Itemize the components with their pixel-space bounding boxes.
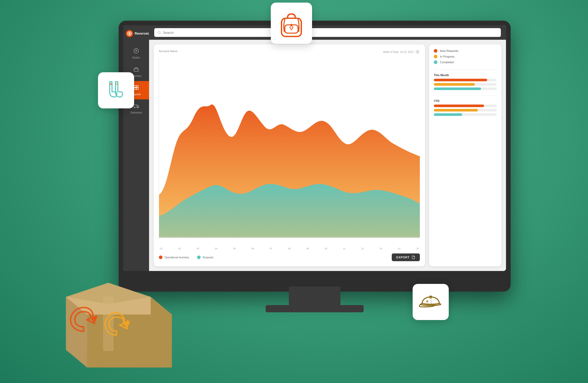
bar-track-tm-3: [434, 87, 497, 90]
svg-rect-2: [134, 69, 138, 71]
this-month-section: This Month: [434, 74, 497, 92]
export-button[interactable]: EXPORT: [392, 253, 420, 261]
bar-row-ytd-1: [434, 105, 497, 107]
bar-track-tm-1: [434, 79, 497, 81]
svg-point-9: [137, 107, 138, 108]
socks-svg: [102, 76, 130, 105]
legend-circle-completed: [434, 60, 437, 64]
orders-label: Orders: [132, 56, 140, 59]
socks-icon-card: [98, 72, 134, 108]
orders-icon: [133, 48, 139, 55]
x-label-10: 10: [325, 247, 327, 250]
divider-1: [434, 70, 497, 70]
legend-label-in-progress: In Progress: [440, 55, 454, 58]
legend-circle-in-progress: [434, 55, 437, 58]
main-content: Account Name Week of Sept. 16-22, 2021: [149, 25, 506, 271]
dashboard: Account Name Week of Sept. 16-22, 2021: [149, 40, 506, 271]
bar-fill-ytd-3: [434, 113, 462, 116]
legend-row-in-progress: In Progress: [434, 55, 497, 58]
deliveries-label: Deliveries: [130, 111, 142, 114]
bar-track-ytd-2: [434, 109, 497, 111]
x-label-04: 04: [215, 247, 217, 250]
settings-icon: [415, 50, 420, 54]
x-label-15: 15: [416, 247, 419, 250]
bar-track-ytd-3: [434, 113, 497, 116]
x-label-03: 03: [197, 247, 199, 250]
svg-point-8: [134, 107, 135, 108]
legend-section: New Requests In Progress Completed: [434, 49, 497, 66]
x-labels: 01 02 03 04 05 06 07 08 09 10 11 12 13 1…: [159, 247, 420, 250]
svg-rect-3: [134, 85, 136, 87]
backpack-svg: [275, 7, 308, 40]
x-label-06: 06: [251, 247, 254, 250]
bar-fill-tm-1: [434, 79, 487, 81]
x-label-09: 09: [306, 247, 309, 250]
box-container: [36, 233, 181, 368]
chart-area: [159, 58, 420, 246]
hat-icon-card: [413, 284, 449, 320]
export-icon: [412, 256, 415, 259]
svg-point-22: [427, 301, 428, 302]
area-chart: [159, 58, 420, 246]
svg-rect-6: [136, 88, 138, 90]
monitor-base: [266, 305, 364, 312]
chart-footer: Operational Inventory Requests EXPORT: [159, 253, 420, 261]
chart-header: Account Name Week of Sept. 16-22, 2021: [159, 50, 420, 54]
x-label-11: 11: [343, 247, 346, 250]
deliveries-icon: [133, 103, 139, 110]
x-label-12: 12: [361, 247, 364, 250]
bar-fill-ytd-1: [434, 105, 484, 107]
hat-svg: [416, 288, 445, 316]
legend-label-new-requests: New Requests: [440, 49, 459, 52]
this-month-title: This Month: [434, 74, 497, 77]
legend-circle-new-requests: [434, 49, 437, 53]
legend-label-completed: Completed: [440, 61, 454, 64]
legend-requests: Requests: [197, 256, 214, 259]
bar-row-tm-3: [434, 87, 497, 90]
svg-point-10: [158, 31, 160, 34]
bar-row-tm-2: [434, 83, 497, 86]
bar-row-ytd-3: [434, 113, 497, 116]
legend-row-completed: Completed: [434, 60, 497, 64]
svg-rect-7: [134, 105, 137, 107]
legend-row-new-requests: New Requests: [434, 49, 497, 53]
ytd-section: YTD: [434, 99, 497, 118]
svg-rect-15: [285, 25, 298, 33]
bar-fill-ytd-2: [434, 109, 478, 111]
backpack-icon-card: [271, 3, 312, 44]
bar-fill-tm-2: [434, 83, 475, 86]
reports-icon: [133, 85, 139, 92]
svg-point-11: [417, 51, 418, 53]
sidebar-logo: ReverseLogix: [123, 25, 149, 42]
legend-dot-requests: [197, 256, 201, 259]
chart-card: Account Name Week of Sept. 16-22, 2021: [154, 44, 425, 266]
x-label-08: 08: [288, 247, 291, 250]
search-icon: [157, 31, 161, 34]
divider-2: [434, 95, 497, 96]
search-input[interactable]: [163, 31, 498, 35]
bar-fill-tm-3: [434, 87, 481, 90]
monitor-screen: ReverseLogix Orders: [123, 25, 506, 271]
right-panel: New Requests In Progress Completed: [429, 44, 501, 266]
x-label-13: 13: [380, 247, 382, 250]
bar-row-tm-1: [434, 79, 497, 81]
topbar: [149, 25, 506, 40]
x-label-14: 14: [398, 247, 401, 250]
x-label-07: 07: [270, 247, 272, 250]
svg-rect-4: [136, 85, 138, 87]
legend-label-requests: Requests: [203, 256, 214, 259]
monitor-stand: [289, 286, 340, 307]
chart-title: Account Name: [159, 50, 177, 53]
sidebar-item-orders[interactable]: Orders: [123, 44, 149, 63]
chart-date: Week of Sept. 16-22, 2021: [383, 50, 420, 54]
search-bar[interactable]: [154, 28, 501, 37]
logo-icon: [126, 30, 133, 37]
svg-rect-5: [134, 88, 136, 90]
inventory-icon: [133, 66, 139, 73]
bar-track-tm-2: [434, 83, 497, 86]
bar-row-ytd-2: [434, 109, 497, 111]
box-svg: [36, 233, 181, 368]
bar-track-ytd-1: [434, 105, 497, 107]
x-label-05: 05: [233, 247, 236, 250]
ytd-title: YTD: [434, 99, 497, 102]
